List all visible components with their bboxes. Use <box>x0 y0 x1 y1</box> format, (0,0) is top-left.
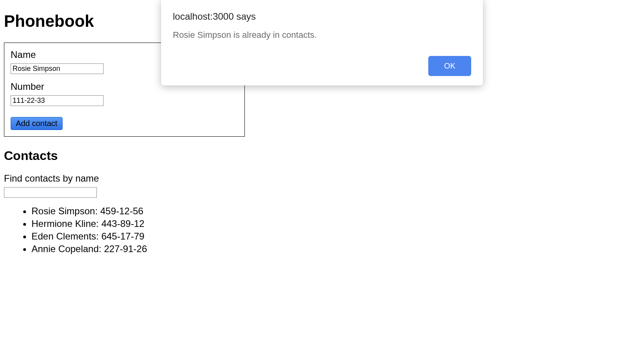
number-input[interactable] <box>11 95 104 106</box>
list-item: Rosie Simpson: 459-12-56 <box>31 206 640 217</box>
alert-ok-button[interactable]: OK <box>428 56 471 76</box>
alert-dialog-overlay: localhost:3000 says Rosie Simpson is alr… <box>0 0 644 85</box>
filter-label: Find contacts by name <box>4 173 640 184</box>
list-item: Eden Clements: 645-17-79 <box>31 231 640 242</box>
alert-dialog: localhost:3000 says Rosie Simpson is alr… <box>161 0 483 85</box>
contacts-heading: Contacts <box>4 149 640 163</box>
add-contact-button[interactable]: Add contact <box>11 117 63 130</box>
alert-actions: OK <box>173 56 471 76</box>
list-item: Hermione Kline: 443-89-12 <box>31 218 640 229</box>
contact-list: Rosie Simpson: 459-12-56Hermione Kline: … <box>4 206 640 254</box>
filter-input[interactable] <box>4 187 97 198</box>
list-item: Annie Copeland: 227-91-26 <box>31 243 640 254</box>
alert-message: Rosie Simpson is already in contacts. <box>173 30 471 40</box>
alert-title: localhost:3000 says <box>173 11 471 22</box>
